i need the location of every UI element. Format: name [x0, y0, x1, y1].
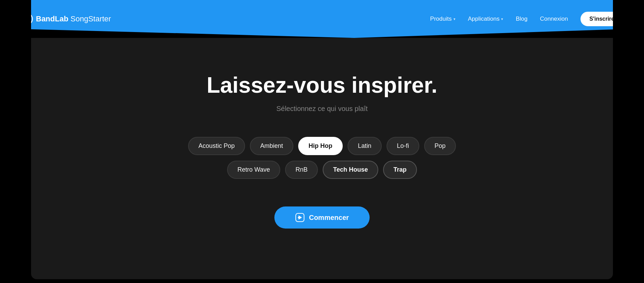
- hero-subtitle: Sélectionnez ce qui vous plaît: [276, 105, 368, 113]
- logo[interactable]: BandLab SongStarter: [21, 13, 111, 25]
- hero-title: Laissez-vous inspirer.: [207, 72, 438, 98]
- genres-row-1: Acoustic Pop Ambient Hip Hop Latin Lo-fi…: [188, 137, 456, 155]
- chevron-down-icon: ▾: [453, 17, 456, 21]
- genre-pop[interactable]: Pop: [424, 137, 456, 155]
- genre-rnb[interactable]: RnB: [285, 161, 318, 179]
- genre-tech-house[interactable]: Tech House: [323, 161, 378, 179]
- svg-point-2: [298, 217, 299, 218]
- genre-hip-hop[interactable]: Hip Hop: [298, 137, 343, 155]
- start-button[interactable]: Commencer: [274, 206, 370, 229]
- nav-produits[interactable]: Produits ▾: [430, 16, 455, 22]
- genres-container: Acoustic Pop Ambient Hip Hop Latin Lo-fi…: [188, 137, 456, 179]
- header: BandLab SongStarter Produits ▾ Applicati…: [0, 0, 644, 38]
- nav-connexion[interactable]: Connexion: [540, 16, 568, 22]
- logo-text: BandLab SongStarter: [36, 14, 111, 23]
- genre-ambient[interactable]: Ambient: [250, 137, 293, 155]
- genre-acoustic-pop[interactable]: Acoustic Pop: [188, 137, 245, 155]
- genre-lo-fi[interactable]: Lo-fi: [387, 137, 419, 155]
- main-content: Laissez-vous inspirer. Sélectionnez ce q…: [31, 38, 613, 279]
- genre-retro-wave[interactable]: Retro Wave: [227, 161, 280, 179]
- nav-applications[interactable]: Applications ▾: [468, 16, 504, 22]
- nav-blog[interactable]: Blog: [516, 16, 527, 22]
- genre-trap[interactable]: Trap: [383, 161, 417, 179]
- genres-row-2: Retro Wave RnB Tech House Trap: [227, 161, 417, 179]
- left-sidebar-decoration: [0, 0, 31, 283]
- start-icon: [295, 213, 305, 222]
- chevron-down-icon: ▾: [501, 17, 503, 21]
- right-sidebar-decoration: [613, 0, 644, 283]
- main-nav: Produits ▾ Applications ▾ Blog Connexion…: [430, 12, 623, 26]
- genre-latin[interactable]: Latin: [348, 137, 382, 155]
